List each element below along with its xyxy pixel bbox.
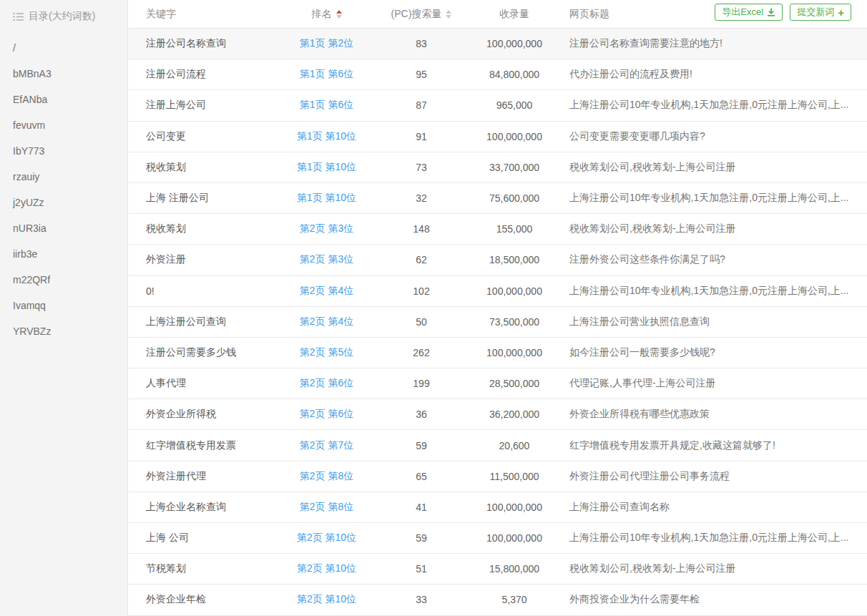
sidebar-item[interactable]: YRVBZz (13, 318, 127, 344)
rank-link[interactable]: 第2页 第10位 (297, 593, 356, 605)
index-volume-cell: 15,800,000 (468, 563, 561, 575)
rank-link[interactable]: 第2页 第4位 (300, 285, 353, 296)
rank-link[interactable]: 第1页 第6位 (300, 68, 353, 79)
rank-cell: 第1页 第10位 (278, 192, 375, 205)
rank-link[interactable]: 第2页 第6位 (300, 408, 353, 419)
rank-link[interactable]: 第1页 第10位 (297, 161, 356, 172)
search-volume-sort-control[interactable] (446, 10, 451, 19)
sort-asc-icon[interactable] (336, 10, 342, 14)
title-cell: 代办注册公司的流程及费用! (561, 68, 867, 81)
keyword-cell: 税收筹划 (128, 223, 278, 235)
sidebar-item[interactable]: m22QRf (13, 267, 127, 293)
keyword-cell: 0! (128, 285, 278, 297)
index-volume-cell: 73,500,000 (468, 316, 561, 328)
title-cell: 税收筹划公司,税收筹划-上海公司注册 (561, 223, 867, 235)
keyword-cell: 上海 公司 (128, 532, 278, 544)
title-cell: 公司变更需要变更哪几项内容? (561, 130, 867, 143)
search-volume-cell: 50 (375, 316, 468, 328)
table-row: 外资注册代理第2页 第8位6511,500,000外资注册公司代理注册公司事务流… (128, 461, 867, 492)
keyword-cell: 人事代理 (128, 377, 278, 390)
sidebar-item[interactable]: IbY773 (13, 138, 127, 164)
rank-link[interactable]: 第1页 第10位 (297, 130, 356, 142)
table-row: 注册上海公司第1页 第6位87965,000上海注册公司10年专业机构,1天加急… (128, 90, 867, 121)
sidebar-item[interactable]: iirb3e (13, 241, 127, 267)
rank-link[interactable]: 第2页 第7位 (300, 439, 353, 451)
search-volume-cell: 51 (375, 563, 468, 575)
list-icon (13, 12, 24, 21)
sort-desc-icon[interactable] (336, 15, 342, 19)
directory-header: 目录(大约词数) (13, 7, 127, 26)
sidebar-item[interactable]: nUR3ia (13, 215, 127, 241)
directory-title: 目录(大约词数) (29, 10, 95, 23)
rank-cell: 第1页 第2位 (278, 37, 375, 50)
keyword-cell: 红字增值税专用发票 (128, 439, 278, 452)
sidebar-item[interactable]: rzauiy (13, 164, 127, 190)
search-volume-cell: 33 (375, 594, 468, 605)
title-cell: 如今注册公司一般需要多少钱呢? (561, 346, 867, 359)
sidebar-item[interactable]: / (13, 35, 127, 61)
rank-cell: 第1页 第10位 (278, 130, 375, 143)
index-volume-cell: 28,500,000 (468, 378, 561, 389)
rank-link[interactable]: 第2页 第6位 (300, 377, 353, 388)
sidebar-item[interactable]: bMBnA3 (13, 61, 127, 87)
search-volume-cell: 95 (375, 69, 468, 80)
index-volume-cell: 5,370 (468, 594, 561, 605)
export-excel-button[interactable]: 导出Excel (715, 4, 783, 21)
index-volume-cell: 155,000 (468, 223, 561, 235)
sidebar-item[interactable]: fevuvm (13, 112, 127, 138)
app-window: 目录(大约词数) /bMBnA3EfANbafevuvmIbY773rzauiy… (0, 0, 867, 616)
download-icon (767, 8, 775, 16)
search-volume-cell: 87 (375, 99, 468, 111)
keyword-panel: 关键字 排名 (PC)搜索量 收录量 网页标题 导出Excel (128, 0, 867, 616)
rank-link[interactable]: 第2页 第3位 (300, 223, 353, 234)
title-cell: 注册公司名称查询需要注意的地方! (561, 37, 867, 50)
rank-link[interactable]: 第2页 第5位 (300, 346, 353, 358)
index-volume-cell: 36,200,000 (468, 409, 561, 420)
table-row: 上海 公司第2页 第10位59100,000,000上海注册公司10年专业机构,… (128, 523, 867, 554)
keyword-cell: 外资注册代理 (128, 470, 278, 483)
search-volume-cell: 36 (375, 409, 468, 420)
keyword-cell: 上海注册公司查询 (128, 316, 278, 328)
keyword-table-body: 注册公司名称查询第1页 第2位83100,000,000注册公司名称查询需要注意… (128, 29, 867, 616)
keyword-cell: 外资注册 (128, 253, 278, 266)
rank-link[interactable]: 第2页 第8位 (300, 501, 353, 512)
search-volume-cell: 73 (375, 162, 468, 173)
keyword-cell: 注册上海公司 (128, 99, 278, 112)
table-row: 0!第2页 第4位102100,000,000上海注册公司10年专业机构,1天加… (128, 276, 867, 307)
rank-cell: 第2页 第6位 (278, 377, 375, 390)
table-row: 上海 注册公司第1页 第10位3275,600,000上海注册公司10年专业机构… (128, 183, 867, 214)
rank-link[interactable]: 第2页 第10位 (297, 532, 356, 543)
submit-new-words-button[interactable]: 提交新词 + (790, 4, 851, 21)
rank-cell: 第2页 第10位 (278, 532, 375, 544)
sidebar-item[interactable]: Ivamqq (13, 293, 127, 318)
title-cell: 上海注册公司营业执照信息查询 (561, 316, 867, 328)
index-volume-cell: 75,600,000 (468, 192, 561, 204)
index-volume-cell: 20,600 (468, 440, 561, 451)
rank-link[interactable]: 第1页 第6位 (300, 99, 353, 110)
rank-link[interactable]: 第2页 第8位 (300, 470, 353, 481)
table-row: 上海企业名称查询第2页 第8位41100,000,000上海注册公司查询名称 (128, 492, 867, 523)
keyword-cell: 外资企业所得税 (128, 408, 278, 421)
rank-link[interactable]: 第2页 第10位 (297, 562, 356, 574)
title-cell: 上海注册公司10年专业机构,1天加急注册,0元注册上海公司,上... (561, 99, 867, 112)
sidebar-item[interactable]: EfANba (13, 87, 127, 112)
index-volume-cell: 100,000,000 (468, 285, 561, 297)
rank-sort-control[interactable] (336, 10, 342, 19)
rank-cell: 第1页 第6位 (278, 68, 375, 81)
rank-link[interactable]: 第2页 第3位 (300, 253, 353, 265)
title-cell: 外商投资企业为什么需要年检 (561, 593, 867, 606)
rank-cell: 第2页 第4位 (278, 285, 375, 298)
sort-desc-icon[interactable] (446, 15, 451, 19)
rank-link[interactable]: 第1页 第2位 (300, 37, 353, 49)
rank-link[interactable]: 第2页 第4位 (300, 316, 353, 327)
toolbar: 导出Excel 提交新词 + (715, 4, 851, 21)
table-row: 注册公司名称查询第1页 第2位83100,000,000注册公司名称查询需要注意… (128, 29, 867, 59)
title-cell: 红字增值税专用发票开具规定,收藏这篇就够了! (561, 439, 867, 452)
rank-link[interactable]: 第1页 第10位 (297, 192, 356, 203)
title-cell: 外资企业所得税有哪些优惠政策 (561, 408, 867, 421)
sort-asc-icon[interactable] (446, 10, 451, 14)
column-header-search-volume: (PC)搜索量 (375, 8, 468, 21)
rank-cell: 第1页 第6位 (278, 99, 375, 112)
index-volume-cell: 965,000 (468, 99, 561, 111)
sidebar-item[interactable]: j2yUZz (13, 190, 127, 215)
